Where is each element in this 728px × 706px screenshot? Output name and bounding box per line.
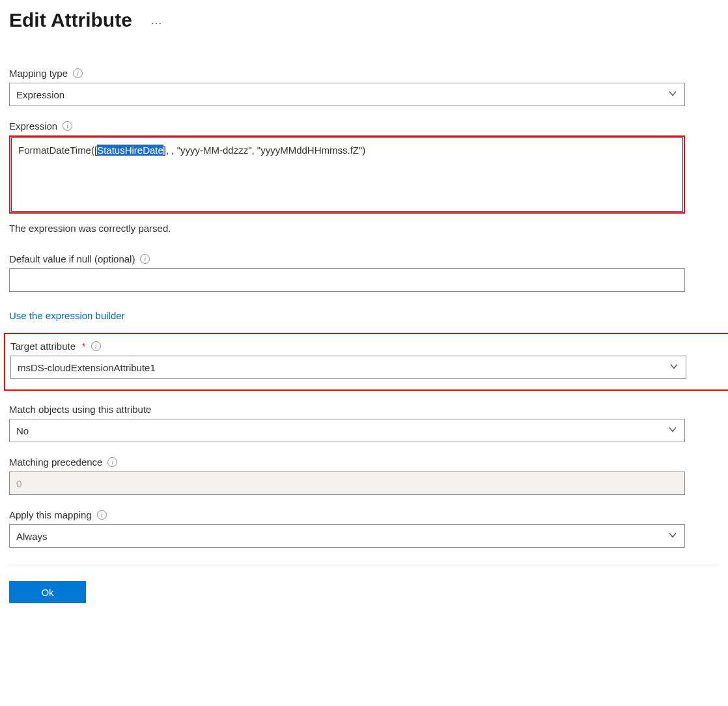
apply-mapping-field: Apply this mapping i <box>9 509 719 548</box>
expression-highlight-box: FormatDateTime([StatusHireDate], , "yyyy… <box>9 135 685 214</box>
info-icon[interactable]: i <box>107 457 117 467</box>
footer: Ok <box>9 565 719 603</box>
match-objects-value[interactable] <box>9 419 685 442</box>
target-attribute-select[interactable] <box>10 356 686 379</box>
target-attribute-label: Target attribute <box>10 341 76 352</box>
expression-builder-link[interactable]: Use the expression builder <box>9 310 125 321</box>
info-icon[interactable]: i <box>91 341 101 351</box>
info-icon[interactable]: i <box>63 121 72 131</box>
info-icon[interactable]: i <box>140 254 150 264</box>
mapping-type-value[interactable] <box>9 83 685 106</box>
matching-precedence-field: Matching precedence i <box>9 457 719 495</box>
expression-text-selected: StatusHireDate <box>97 145 163 156</box>
mapping-type-select[interactable] <box>9 83 685 106</box>
ok-button[interactable]: Ok <box>9 581 86 603</box>
required-indicator: * <box>82 341 85 352</box>
match-objects-select[interactable] <box>9 419 685 442</box>
match-objects-label: Match objects using this attribute <box>9 404 151 415</box>
default-value-input[interactable] <box>9 268 685 292</box>
page-title: Edit Attribute <box>9 9 132 31</box>
mapping-type-label: Mapping type <box>9 68 68 79</box>
apply-mapping-value[interactable] <box>9 524 685 548</box>
expression-field: Expression i FormatDateTime([StatusHireD… <box>9 120 719 214</box>
default-value-field: Default value if null (optional) i <box>9 253 719 292</box>
expression-text-suffix: ], , "yyyy-MM-ddzzz", "yyyyMMddHHmmss.fZ… <box>163 145 365 156</box>
mapping-type-field: Mapping type i <box>9 68 719 106</box>
expression-status-message: The expression was correctly parsed. <box>9 223 719 234</box>
info-icon[interactable]: i <box>73 68 83 78</box>
target-attribute-value[interactable] <box>10 356 686 379</box>
expression-text-prefix: FormatDateTime([ <box>18 145 97 156</box>
apply-mapping-label: Apply this mapping <box>9 509 92 520</box>
matching-precedence-label: Matching precedence <box>9 457 102 468</box>
page-header: Edit Attribute … <box>9 9 719 31</box>
info-icon[interactable]: i <box>97 510 107 520</box>
apply-mapping-select[interactable] <box>9 524 685 548</box>
target-attribute-highlight-box: Target attribute * i <box>4 333 728 391</box>
default-value-label: Default value if null (optional) <box>9 253 135 264</box>
expression-label: Expression <box>9 120 57 132</box>
match-objects-field: Match objects using this attribute <box>9 404 719 442</box>
more-actions-icon[interactable]: … <box>150 14 163 27</box>
expression-textarea[interactable]: FormatDateTime([StatusHireDate], , "yyyy… <box>11 137 683 212</box>
matching-precedence-input <box>9 472 685 495</box>
